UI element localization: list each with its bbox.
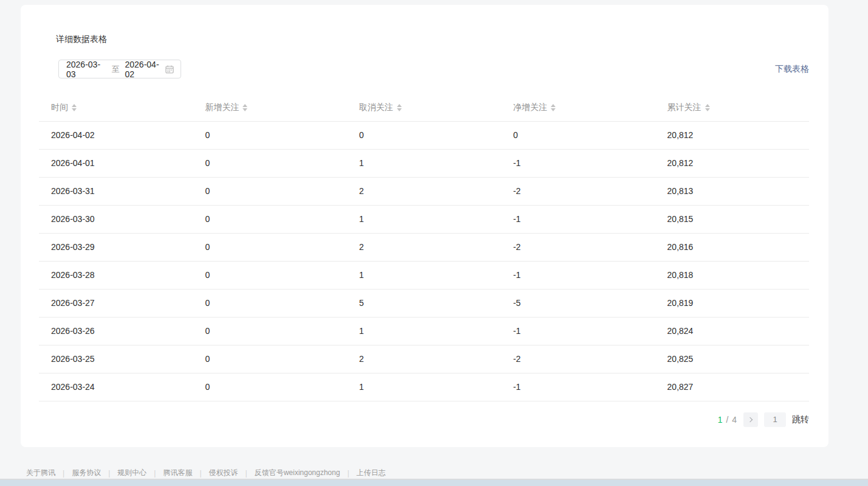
table-cell: 1 (347, 373, 501, 401)
sort-icon[interactable] (551, 104, 556, 111)
footer-divider: | (154, 469, 156, 477)
table-cell: 2 (347, 345, 501, 373)
table-cell: 0 (193, 177, 346, 205)
table-cell: -1 (501, 317, 655, 345)
table-cell: 20,824 (655, 317, 809, 345)
jump-button[interactable]: 跳转 (792, 414, 809, 425)
table-cell: 2026-03-29 (39, 233, 193, 261)
date-range-picker[interactable]: 2026-03-03 至 2026-04-02 (58, 60, 181, 78)
table-cell: 0 (193, 345, 346, 373)
table-row: 2026-03-3001-120,815 (39, 205, 809, 233)
footer-link[interactable]: 关于腾讯 (26, 468, 55, 478)
sort-icon[interactable] (705, 104, 710, 111)
table-row: 2026-03-2401-120,827 (39, 373, 809, 401)
table-cell: 0 (193, 261, 346, 289)
table-cell: 2026-03-31 (39, 177, 193, 205)
table-cell: 0 (193, 205, 346, 233)
footer-divider: | (199, 469, 201, 477)
table-cell: 20,819 (655, 289, 809, 317)
table-cell: 20,825 (655, 345, 809, 373)
table-cell: 1 (347, 149, 501, 177)
table-cell: 5 (347, 289, 501, 317)
page-indicator: 1 / 4 (718, 415, 737, 425)
detail-table-card: 详细数据表格 2026-03-03 至 2026-04-02 (21, 5, 828, 447)
table-cell: -2 (501, 233, 655, 261)
footer-link[interactable]: 反馈官号weixingongzhong (255, 468, 340, 478)
footer-link[interactable]: 规则中心 (117, 468, 146, 478)
table-cell: 20,812 (655, 149, 809, 177)
caret-down-icon (551, 108, 556, 111)
table-cell: 2026-03-28 (39, 261, 193, 289)
table-cell: 2026-03-27 (39, 289, 193, 317)
table-cell: 0 (193, 289, 346, 317)
footer-link[interactable]: 侵权投诉 (209, 468, 238, 478)
table-cell: 2 (347, 233, 501, 261)
column-header-net-follows[interactable]: 净增关注 (501, 94, 655, 121)
caret-up-icon (72, 104, 77, 107)
table-row: 2026-04-0101-120,812 (39, 149, 809, 177)
next-page-button[interactable] (743, 412, 758, 427)
sort-icon[interactable] (397, 104, 402, 111)
table-cell: 1 (347, 205, 501, 233)
caret-up-icon (397, 104, 402, 107)
column-header-unfollows[interactable]: 取消关注 (347, 94, 501, 121)
table-cell: -1 (501, 373, 655, 401)
table-row: 2026-03-2902-220,816 (39, 233, 809, 261)
table-cell: 0 (347, 121, 501, 149)
table-row: 2026-03-2502-220,825 (39, 345, 809, 373)
caret-up-icon (705, 104, 710, 107)
table-cell: 2026-04-01 (39, 149, 193, 177)
sort-icon[interactable] (243, 104, 247, 111)
table-row: 2026-03-2601-120,824 (39, 317, 809, 345)
caret-down-icon (243, 108, 247, 111)
column-header-cumulative-follows[interactable]: 累计关注 (655, 94, 809, 121)
table-cell: 2026-04-02 (39, 121, 193, 149)
caret-down-icon (397, 108, 402, 111)
date-start: 2026-03-03 (66, 60, 106, 79)
table-cell: 20,816 (655, 233, 809, 261)
current-page: 1 (718, 415, 723, 425)
total-pages: 4 (732, 415, 737, 425)
table-cell: 1 (347, 317, 501, 345)
date-separator: 至 (112, 64, 120, 75)
footer-divider: | (347, 469, 349, 477)
column-header-time[interactable]: 时间 (39, 94, 193, 121)
page-title: 详细数据表格 (56, 34, 809, 45)
table-cell: -1 (501, 205, 655, 233)
table-cell: 2026-03-26 (39, 317, 193, 345)
calendar-icon (165, 64, 174, 74)
column-header-new-follows[interactable]: 新增关注 (193, 94, 346, 121)
footer-divider: | (108, 469, 110, 477)
detail-data-table: 时间 新增关注 取消关注 (39, 94, 809, 401)
caret-up-icon (551, 104, 556, 107)
footer-link[interactable]: 服务协议 (72, 468, 101, 478)
download-table-link[interactable]: 下载表格 (775, 64, 809, 75)
chevron-right-icon (748, 417, 753, 422)
footer-link[interactable]: 腾讯客服 (163, 468, 192, 478)
table-cell: 0 (193, 121, 346, 149)
footer-links: 关于腾讯|服务协议|规则中心|腾讯客服|侵权投诉|反馈官号weixingongz… (26, 468, 386, 478)
caret-down-icon (705, 108, 710, 111)
table-header-row: 时间 新增关注 取消关注 (39, 94, 809, 121)
caret-down-icon (72, 108, 77, 111)
pagination: 1 / 4 跳转 (39, 412, 809, 427)
table-cell: -2 (501, 345, 655, 373)
table-cell: -5 (501, 289, 655, 317)
date-end: 2026-04-02 (125, 60, 165, 79)
page-jump-input[interactable] (764, 412, 786, 427)
table-cell: 20,818 (655, 261, 809, 289)
table-cell: 20,815 (655, 205, 809, 233)
table-cell: 2026-03-24 (39, 373, 193, 401)
table-cell: 0 (193, 149, 346, 177)
table-row: 2026-04-0200020,812 (39, 121, 809, 149)
table-cell: 2026-03-30 (39, 205, 193, 233)
table-cell: 1 (347, 261, 501, 289)
table-cell: 20,827 (655, 373, 809, 401)
table-row: 2026-03-2705-520,819 (39, 289, 809, 317)
sort-icon[interactable] (72, 104, 77, 111)
table-cell: 0 (193, 317, 346, 345)
table-cell: 2 (347, 177, 501, 205)
table-cell: -1 (501, 149, 655, 177)
footer-link[interactable]: 上传日志 (357, 468, 386, 478)
table-cell: -1 (501, 261, 655, 289)
